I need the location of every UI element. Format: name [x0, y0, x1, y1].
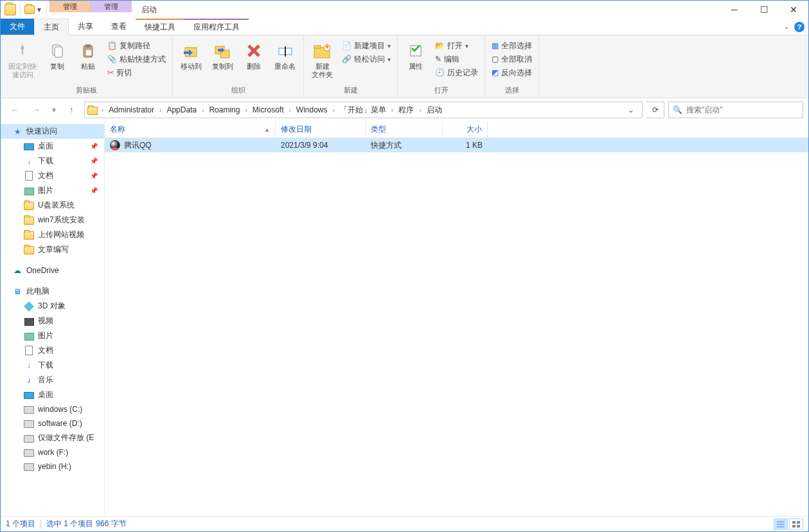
column-header[interactable]: 修改日期: [276, 121, 366, 137]
tab-file[interactable]: 文件: [1, 19, 34, 35]
sidebar-item[interactable]: ↓下载📌: [1, 154, 104, 168]
qat-open-icon[interactable]: [24, 5, 35, 14]
thumbnails-view-button[interactable]: [789, 519, 803, 530]
sidebar-item[interactable]: 桌面📌: [1, 139, 104, 154]
sidebar-item-this-pc[interactable]: 🖥此电脑: [1, 284, 104, 299]
sidebar-item-onedrive[interactable]: ☁OneDrive: [1, 263, 104, 278]
chevron-right-icon[interactable]: ›: [390, 107, 395, 114]
refresh-button[interactable]: ⟳: [646, 102, 664, 118]
history-button[interactable]: 🕘历史记录: [432, 66, 481, 79]
forward-button[interactable]: →: [28, 101, 46, 119]
table-row[interactable]: 腾讯QQ2021/3/9 9:04快捷方式1 KB: [105, 138, 808, 152]
sidebar-item[interactable]: U盘装系统: [1, 198, 104, 213]
paste-button[interactable]: 粘贴: [74, 39, 102, 72]
details-view-button[interactable]: [774, 519, 788, 530]
sidebar-item[interactable]: 文章编写: [1, 242, 104, 257]
file-rows[interactable]: 腾讯QQ2021/3/9 9:04快捷方式1 KB: [105, 138, 808, 516]
addr-dropdown-icon[interactable]: ⌄: [623, 105, 639, 114]
sidebar-item[interactable]: 仅做文件存放 (E: [1, 430, 104, 445]
help-icon[interactable]: ?: [794, 22, 805, 32]
tab-shortcut-tools[interactable]: 快捷工具: [136, 19, 184, 35]
sidebar-item[interactable]: windows (C:): [1, 402, 104, 416]
maximize-button[interactable]: ☐: [749, 1, 779, 19]
chevron-right-icon[interactable]: ›: [100, 107, 105, 114]
sidebar-item[interactable]: ↓下载: [1, 358, 104, 373]
chevron-right-icon[interactable]: ›: [158, 107, 163, 114]
breadcrumb[interactable]: Windows: [292, 102, 332, 118]
sidebar-item[interactable]: work (F:): [1, 445, 104, 459]
sidebar-item[interactable]: 文档: [1, 343, 104, 358]
sidebar-item[interactable]: 图片: [1, 328, 104, 343]
chevron-right-icon[interactable]: ›: [332, 107, 336, 114]
sidebar-item[interactable]: 3D 对象: [1, 299, 104, 314]
sidebar-item-label: windows (C:): [38, 405, 82, 414]
tab-home[interactable]: 主页: [34, 19, 69, 35]
sidebar-item-label: 下载: [38, 360, 53, 371]
breadcrumb[interactable]: AppData: [163, 102, 200, 118]
sidebar-item-quick-access[interactable]: ★快速访问: [1, 124, 104, 139]
move-to-button[interactable]: 移动到: [177, 39, 206, 72]
new-folder-button[interactable]: ✦新建 文件夹: [308, 39, 337, 80]
ribbon-collapse-icon[interactable]: ⌄: [784, 23, 789, 30]
sidebar-item[interactable]: software (D:): [1, 416, 104, 430]
new-item-button[interactable]: 📄新建项目▾: [339, 39, 393, 52]
sidebar-item[interactable]: 图片📌: [1, 183, 104, 198]
sidebar-item[interactable]: ♪音乐: [1, 373, 104, 387]
invert-selection-button[interactable]: ◩反向选择: [489, 66, 535, 79]
breadcrumb[interactable]: Microsoft: [249, 102, 288, 118]
select-all-button[interactable]: ▦全部选择: [489, 39, 535, 52]
status-selected-count: 选中 1 个项目: [46, 519, 93, 529]
close-button[interactable]: ✕: [779, 1, 808, 19]
column-header[interactable]: 大小: [443, 121, 488, 137]
copy-to-button[interactable]: 复制到: [208, 39, 237, 72]
up-button[interactable]: ↑: [62, 101, 80, 119]
tab-share[interactable]: 共享: [69, 19, 102, 35]
recent-dropdown-icon[interactable]: ▾: [49, 101, 58, 119]
paste-shortcut-button[interactable]: 📎粘贴快捷方式: [105, 53, 168, 66]
chevron-right-icon[interactable]: ›: [244, 107, 248, 114]
breadcrumb[interactable]: Administrator: [105, 102, 158, 118]
navigation-pane[interactable]: ★快速访问 桌面📌↓下载📌文档📌图片📌U盘装系统win7系统安装上传网站视频文章…: [1, 121, 105, 516]
tab-view[interactable]: 查看: [102, 19, 136, 35]
rename-icon: [275, 40, 296, 61]
chevron-right-icon[interactable]: ›: [287, 107, 292, 114]
cut-button[interactable]: ✂剪切: [105, 66, 168, 79]
sidebar-item[interactable]: win7系统安装: [1, 213, 104, 227]
sb-icon: ♪: [24, 375, 34, 386]
search-input[interactable]: [686, 105, 799, 114]
sb-icon: [24, 433, 34, 443]
chevron-right-icon[interactable]: ›: [418, 107, 422, 114]
easy-access-button[interactable]: 🔗轻松访问▾: [339, 53, 393, 66]
column-label: 名称: [110, 124, 125, 135]
sort-icon: ▲: [264, 127, 270, 133]
copy-button[interactable]: 复制: [43, 39, 71, 72]
column-header[interactable]: 类型: [366, 121, 443, 137]
select-none-button[interactable]: ▢全部取消: [489, 53, 535, 66]
sidebar-item[interactable]: yebin (H:): [1, 459, 104, 474]
sidebar-item[interactable]: 上传网站视频: [1, 227, 104, 242]
tab-app-tools[interactable]: 应用程序工具: [184, 19, 249, 35]
copy-path-button[interactable]: 📋复制路径: [105, 39, 168, 52]
breadcrumb[interactable]: 程序: [395, 102, 418, 118]
minimize-button[interactable]: ─: [720, 1, 749, 19]
open-button[interactable]: 📂打开▾: [432, 39, 481, 52]
rename-button[interactable]: 重命名: [271, 39, 299, 72]
sidebar-item[interactable]: 文档📌: [1, 168, 104, 183]
pin-to-quick-button[interactable]: 固定到快 速访问: [4, 39, 40, 80]
breadcrumb[interactable]: 「开始」菜单: [336, 102, 390, 118]
qat-dropdown-icon[interactable]: ▾: [36, 3, 42, 17]
chevron-right-icon[interactable]: ›: [200, 107, 205, 114]
sidebar-item[interactable]: 桌面: [1, 387, 104, 402]
sidebar-item-label: win7系统安装: [38, 215, 85, 226]
app-icon[interactable]: [4, 4, 16, 15]
address-bar[interactable]: › Administrator›AppData›Roaming›Microsof…: [84, 102, 643, 118]
breadcrumb[interactable]: 启动: [423, 102, 446, 118]
edit-button[interactable]: ✎编辑: [432, 53, 481, 66]
breadcrumb[interactable]: Roaming: [205, 102, 244, 118]
search-box[interactable]: 🔍: [668, 102, 803, 118]
back-button[interactable]: ←: [6, 101, 24, 119]
properties-button[interactable]: 属性: [402, 39, 430, 72]
sidebar-item[interactable]: 视频: [1, 314, 104, 328]
column-header[interactable]: 名称▲: [105, 121, 276, 137]
delete-button[interactable]: 删除: [240, 39, 268, 72]
